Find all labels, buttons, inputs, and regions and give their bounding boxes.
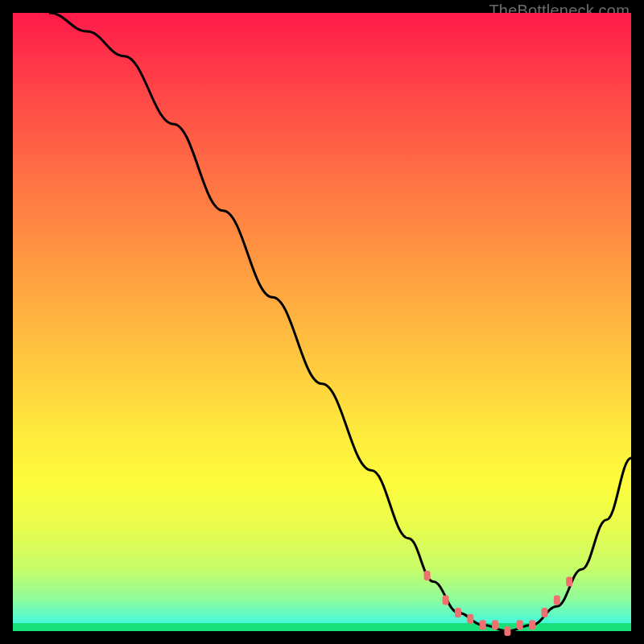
chart-marker xyxy=(504,626,510,636)
chart-frame xyxy=(13,13,631,631)
chart-marker xyxy=(455,608,461,617)
chart-marker xyxy=(566,577,572,587)
chart-marker xyxy=(517,620,523,630)
chart-line-group xyxy=(50,13,631,631)
chart-svg xyxy=(13,13,631,631)
chart-marker xyxy=(443,596,449,605)
chart-marker xyxy=(467,614,473,624)
chart-marker xyxy=(424,571,431,580)
chart-curve xyxy=(50,13,631,631)
chart-markers-group xyxy=(424,571,573,636)
chart-marker xyxy=(529,620,535,630)
chart-marker xyxy=(480,620,486,630)
chart-marker xyxy=(492,620,498,630)
chart-marker xyxy=(541,608,547,617)
chart-marker xyxy=(554,596,560,605)
